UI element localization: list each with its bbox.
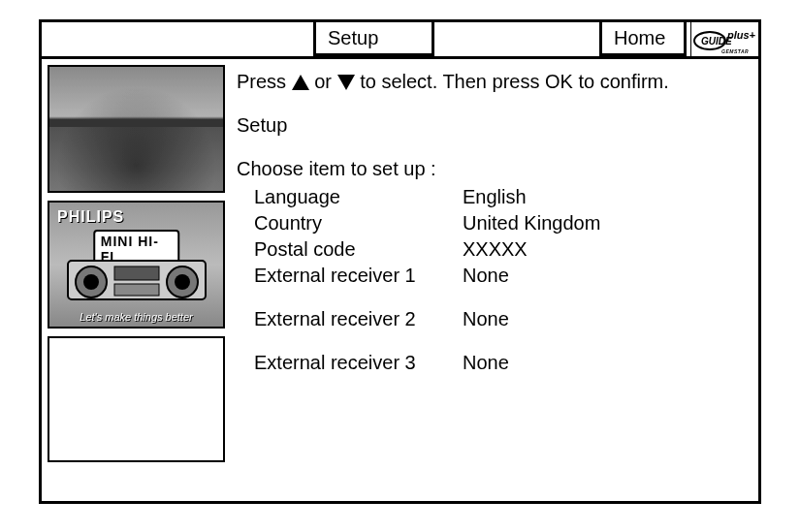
header-bar: Setup Home GUIDE plus+ GEMSTAR [42, 22, 758, 59]
svg-point-6 [83, 274, 99, 290]
tab-home-label: Home [614, 27, 665, 49]
tab-home[interactable]: Home [599, 22, 687, 56]
svg-text:GEMSTAR: GEMSTAR [721, 48, 749, 54]
item-value: XXXXX [463, 236, 749, 263]
item-label: Country [254, 210, 463, 236]
boombox-icon [64, 257, 209, 303]
tv-frame: Setup Home GUIDE plus+ GEMSTAR PHILIPS M… [39, 19, 761, 504]
svg-point-8 [175, 274, 190, 290]
setup-item-postal-code[interactable]: Postal code XXXXX [254, 236, 749, 263]
down-arrow-icon [337, 75, 355, 90]
svg-rect-9 [114, 266, 159, 280]
svg-text:plus+: plus+ [726, 29, 756, 41]
ad-tagline: Let's make things better [49, 311, 223, 323]
item-value: English [463, 184, 749, 210]
setup-item-ext-receiver-3[interactable]: External receiver 3 None [254, 350, 749, 376]
item-label: External receiver 1 [254, 263, 463, 289]
svg-rect-10 [114, 284, 159, 296]
ad-brand: PHILIPS [57, 208, 124, 226]
body-area: PHILIPS MINI HI-FI Let's make things bet… [42, 59, 758, 501]
up-arrow-icon [292, 75, 309, 90]
setup-item-ext-receiver-1[interactable]: External receiver 1 None [254, 263, 749, 289]
preview-thumbnail [48, 65, 225, 193]
item-label: External receiver 3 [254, 350, 463, 376]
choose-prompt: Choose item to set up : [237, 156, 749, 182]
setup-item-country[interactable]: Country United Kingdom [254, 210, 749, 236]
setup-item-ext-receiver-2[interactable]: External receiver 2 None [254, 306, 749, 332]
item-value: None [463, 263, 749, 289]
setup-items: Language English Country United Kingdom … [237, 184, 749, 376]
empty-thumbnail [48, 336, 225, 462]
item-label: Postal code [254, 236, 463, 263]
item-value: None [463, 350, 749, 376]
guide-plus-logo: GUIDE plus+ GEMSTAR [690, 22, 758, 56]
sidebar: PHILIPS MINI HI-FI Let's make things bet… [42, 59, 231, 501]
tab-setup-label: Setup [328, 27, 378, 49]
item-value: United Kingdom [463, 210, 749, 236]
item-label: External receiver 2 [254, 306, 463, 332]
main-panel: Press or to select. Then press OK to con… [231, 59, 758, 501]
setup-item-language[interactable]: Language English [254, 184, 749, 210]
item-value: None [463, 306, 749, 332]
advert-thumbnail: PHILIPS MINI HI-FI Let's make things bet… [48, 201, 225, 329]
instruction-text: Press or to select. Then press OK to con… [237, 69, 749, 95]
item-label: Language [254, 184, 463, 210]
tab-setup[interactable]: Setup [313, 22, 434, 56]
section-title: Setup [237, 112, 749, 139]
